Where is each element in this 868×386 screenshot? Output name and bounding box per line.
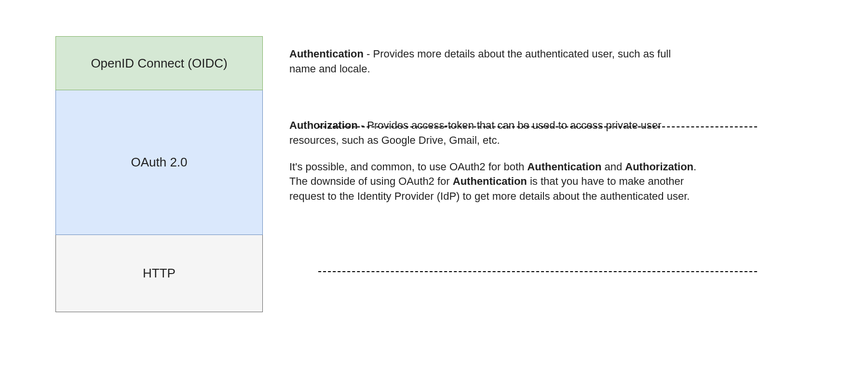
protocol-stack-diagram: OpenID Connect (OIDC) Authentication - P… xyxy=(55,36,702,312)
oauth-description: Authorization - Provides access-token th… xyxy=(263,90,702,235)
oauth-layer-box: OAuth 2.0 xyxy=(55,90,263,235)
oauth-p2-c: and xyxy=(601,161,625,173)
oauth-p2-b1: Authentication xyxy=(527,161,601,173)
divider-1 xyxy=(318,126,757,127)
oauth-row: OAuth 2.0 Authorization - Provides acces… xyxy=(55,90,702,235)
oidc-desc-bold: Authentication xyxy=(289,48,364,60)
oidc-description: Authentication - Provides more details a… xyxy=(263,36,702,90)
oauth-title: OAuth 2.0 xyxy=(131,155,187,170)
oauth-p2-a: It's possible, and common, to use OAuth2… xyxy=(289,161,527,173)
oauth-p1-bold: Authorization xyxy=(289,119,358,131)
http-title: HTTP xyxy=(143,266,176,281)
oauth-p2-b2: Authorization xyxy=(625,161,693,173)
oidc-row: OpenID Connect (OIDC) Authentication - P… xyxy=(55,36,702,90)
divider-2 xyxy=(318,271,757,272)
oauth-p2-b3: Authentication xyxy=(453,175,527,187)
oidc-title: OpenID Connect (OIDC) xyxy=(91,56,227,71)
http-description-empty xyxy=(263,235,702,312)
http-row: HTTP xyxy=(55,235,702,312)
http-layer-box: HTTP xyxy=(55,235,263,312)
oidc-layer-box: OpenID Connect (OIDC) xyxy=(55,36,263,90)
